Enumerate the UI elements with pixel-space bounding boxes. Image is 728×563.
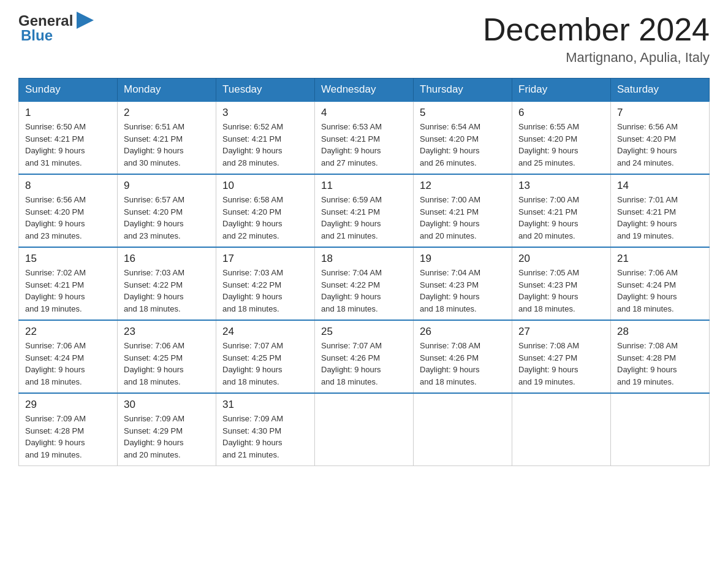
table-row: 10 Sunrise: 6:58 AM Sunset: 4:20 PM Dayl… <box>216 174 315 247</box>
table-row: 31 Sunrise: 7:09 AM Sunset: 4:30 PM Dayl… <box>216 393 315 466</box>
daylight-label: Daylight: 9 hours <box>124 146 184 155</box>
table-row: 20 Sunrise: 7:05 AM Sunset: 4:23 PM Dayl… <box>512 247 611 320</box>
sunset-label: Sunset: 4:28 PM <box>25 426 84 435</box>
day-number: 26 <box>420 326 506 338</box>
sunset-label: Sunset: 4:21 PM <box>222 134 281 144</box>
day-info: Sunrise: 7:00 AM Sunset: 4:21 PM Dayligh… <box>518 194 604 242</box>
sunset-label: Sunset: 4:24 PM <box>25 353 84 362</box>
sunset-label: Sunset: 4:20 PM <box>222 207 281 216</box>
table-row: 12 Sunrise: 7:00 AM Sunset: 4:21 PM Dayl… <box>414 174 512 247</box>
day-number: 29 <box>25 399 111 411</box>
day-number: 9 <box>124 180 210 192</box>
day-info: Sunrise: 7:09 AM Sunset: 4:29 PM Dayligh… <box>124 413 210 461</box>
day-number: 13 <box>518 180 604 192</box>
day-info: Sunrise: 6:54 AM Sunset: 4:20 PM Dayligh… <box>420 121 506 169</box>
day-info: Sunrise: 7:06 AM Sunset: 4:24 PM Dayligh… <box>617 267 703 315</box>
day-number: 12 <box>420 180 506 192</box>
daylight-minutes: and 20 minutes. <box>124 450 181 459</box>
daylight-label: Daylight: 9 hours <box>222 438 282 447</box>
daylight-label: Daylight: 9 hours <box>124 219 184 228</box>
day-info: Sunrise: 7:03 AM Sunset: 4:22 PM Dayligh… <box>222 267 308 315</box>
daylight-label: Daylight: 9 hours <box>25 438 85 447</box>
table-row: 29 Sunrise: 7:09 AM Sunset: 4:28 PM Dayl… <box>19 393 118 466</box>
daylight-minutes: and 19 minutes. <box>518 377 575 386</box>
table-row: 17 Sunrise: 7:03 AM Sunset: 4:22 PM Dayl… <box>216 247 315 320</box>
day-number: 25 <box>321 326 407 338</box>
sunrise-label: Sunrise: 7:09 AM <box>25 414 86 423</box>
col-thursday: Thursday <box>414 79 512 102</box>
col-saturday: Saturday <box>611 79 710 102</box>
sunrise-label: Sunrise: 6:50 AM <box>25 122 86 131</box>
daylight-label: Daylight: 9 hours <box>25 219 85 228</box>
sunrise-label: Sunrise: 7:05 AM <box>518 268 579 277</box>
sunrise-label: Sunrise: 6:58 AM <box>222 195 283 204</box>
col-friday: Friday <box>512 79 611 102</box>
daylight-minutes: and 18 minutes. <box>222 304 279 313</box>
daylight-label: Daylight: 9 hours <box>321 146 381 155</box>
daylight-minutes: and 18 minutes. <box>518 304 575 313</box>
sunset-label: Sunset: 4:20 PM <box>420 134 479 144</box>
sunset-label: Sunset: 4:20 PM <box>124 207 183 216</box>
sunset-label: Sunset: 4:25 PM <box>222 353 281 362</box>
day-number: 20 <box>518 253 604 265</box>
table-row: 14 Sunrise: 7:01 AM Sunset: 4:21 PM Dayl… <box>611 174 710 247</box>
sunrise-label: Sunrise: 6:56 AM <box>617 122 678 131</box>
day-number: 21 <box>617 253 703 265</box>
table-row: 5 Sunrise: 6:54 AM Sunset: 4:20 PM Dayli… <box>414 101 512 174</box>
daylight-label: Daylight: 9 hours <box>321 219 381 228</box>
sunset-label: Sunset: 4:27 PM <box>518 353 577 362</box>
daylight-minutes: and 22 minutes. <box>222 231 279 240</box>
daylight-label: Daylight: 9 hours <box>420 146 480 155</box>
day-number: 1 <box>25 107 111 119</box>
day-info: Sunrise: 7:08 AM Sunset: 4:27 PM Dayligh… <box>518 340 604 388</box>
sunrise-label: Sunrise: 6:56 AM <box>25 195 86 204</box>
daylight-label: Daylight: 9 hours <box>321 365 381 374</box>
col-wednesday: Wednesday <box>315 79 414 102</box>
table-row: 18 Sunrise: 7:04 AM Sunset: 4:22 PM Dayl… <box>315 247 414 320</box>
sunset-label: Sunset: 4:24 PM <box>617 280 676 289</box>
daylight-minutes: and 18 minutes. <box>25 377 82 386</box>
sunrise-label: Sunrise: 7:08 AM <box>420 341 480 350</box>
day-number: 17 <box>222 253 308 265</box>
day-number: 3 <box>222 107 308 119</box>
daylight-label: Daylight: 9 hours <box>617 219 677 228</box>
daylight-minutes: and 18 minutes. <box>222 377 279 386</box>
day-info: Sunrise: 7:08 AM Sunset: 4:26 PM Dayligh… <box>420 340 506 388</box>
day-number: 23 <box>124 326 210 338</box>
daylight-minutes: and 18 minutes. <box>420 304 477 313</box>
day-number: 31 <box>222 399 308 411</box>
day-info: Sunrise: 7:06 AM Sunset: 4:25 PM Dayligh… <box>124 340 210 388</box>
sunset-label: Sunset: 4:20 PM <box>518 134 577 144</box>
table-row: 19 Sunrise: 7:04 AM Sunset: 4:23 PM Dayl… <box>414 247 512 320</box>
daylight-minutes: and 18 minutes. <box>124 377 181 386</box>
table-row: 2 Sunrise: 6:51 AM Sunset: 4:21 PM Dayli… <box>118 101 216 174</box>
daylight-label: Daylight: 9 hours <box>222 146 282 155</box>
sunrise-label: Sunrise: 6:53 AM <box>321 122 382 131</box>
sunset-label: Sunset: 4:29 PM <box>124 426 183 435</box>
sunrise-label: Sunrise: 6:57 AM <box>124 195 184 204</box>
calendar-week-row: 1 Sunrise: 6:50 AM Sunset: 4:21 PM Dayli… <box>19 101 710 174</box>
daylight-label: Daylight: 9 hours <box>518 219 578 228</box>
daylight-label: Daylight: 9 hours <box>617 146 677 155</box>
day-info: Sunrise: 7:03 AM Sunset: 4:22 PM Dayligh… <box>124 267 210 315</box>
day-info: Sunrise: 6:57 AM Sunset: 4:20 PM Dayligh… <box>124 194 210 242</box>
table-row: 11 Sunrise: 6:59 AM Sunset: 4:21 PM Dayl… <box>315 174 414 247</box>
daylight-label: Daylight: 9 hours <box>124 438 184 447</box>
table-row: 25 Sunrise: 7:07 AM Sunset: 4:26 PM Dayl… <box>315 320 414 393</box>
day-number: 14 <box>617 180 703 192</box>
daylight-label: Daylight: 9 hours <box>420 292 480 301</box>
sunset-label: Sunset: 4:23 PM <box>518 280 577 289</box>
day-number: 15 <box>25 253 111 265</box>
day-number: 7 <box>617 107 703 119</box>
sunrise-label: Sunrise: 6:59 AM <box>321 195 382 204</box>
table-row: 22 Sunrise: 7:06 AM Sunset: 4:24 PM Dayl… <box>19 320 118 393</box>
sunrise-label: Sunrise: 7:06 AM <box>617 268 678 277</box>
table-row: 8 Sunrise: 6:56 AM Sunset: 4:20 PM Dayli… <box>19 174 118 247</box>
sunrise-label: Sunrise: 7:00 AM <box>518 195 579 204</box>
daylight-minutes: and 19 minutes. <box>25 304 82 313</box>
day-info: Sunrise: 7:07 AM Sunset: 4:26 PM Dayligh… <box>321 340 407 388</box>
sunrise-label: Sunrise: 7:06 AM <box>25 341 86 350</box>
sunrise-label: Sunrise: 7:04 AM <box>420 268 480 277</box>
table-row <box>414 393 512 466</box>
daylight-label: Daylight: 9 hours <box>321 292 381 301</box>
